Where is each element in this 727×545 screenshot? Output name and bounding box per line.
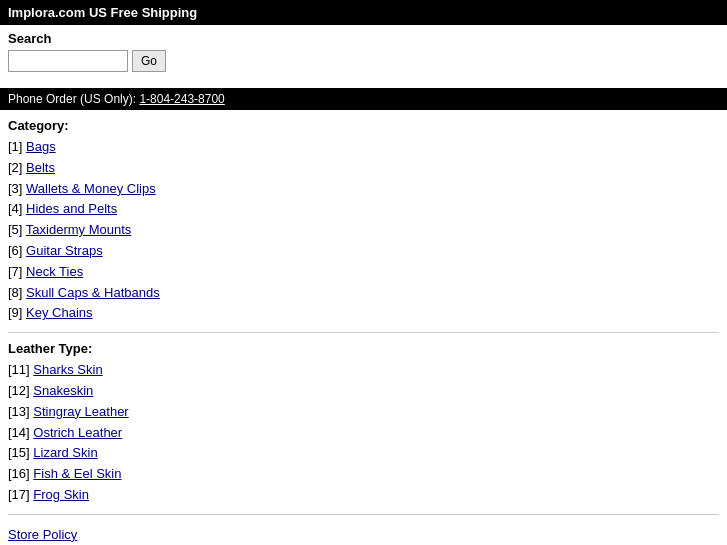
go-button[interactable]: Go — [132, 50, 166, 72]
category-link-belts[interactable]: Belts — [26, 160, 55, 175]
list-item: [12] Snakeskin — [8, 381, 719, 402]
category-link-skull[interactable]: Skull Caps & Hatbands — [26, 285, 160, 300]
category-link-taxidermy[interactable]: Taxidermy Mounts — [26, 222, 131, 237]
content-area: Category: [1] Bags [2] Belts [3] Wallets… — [0, 118, 727, 545]
category-link-guitar[interactable]: Guitar Straps — [26, 243, 103, 258]
leather-list: [11] Sharks Skin [12] Snakeskin [13] Sti… — [8, 360, 719, 506]
phone-number[interactable]: 1-804-243-8700 — [139, 92, 224, 106]
search-label: Search — [8, 31, 719, 46]
list-item: [11] Sharks Skin — [8, 360, 719, 381]
leather-link-frog[interactable]: Frog Skin — [33, 487, 89, 502]
category-title: Category: — [8, 118, 719, 133]
list-item: [7] Neck Ties — [8, 262, 719, 283]
list-item: [2] Belts — [8, 158, 719, 179]
leather-link-lizard[interactable]: Lizard Skin — [33, 445, 97, 460]
site-header: Implora.com US Free Shipping — [0, 0, 727, 25]
leather-link-sharks[interactable]: Sharks Skin — [33, 362, 102, 377]
leather-type-section: Leather Type: [11] Sharks Skin [12] Snak… — [8, 341, 719, 506]
category-link-neckties[interactable]: Neck Ties — [26, 264, 83, 279]
list-item: [1] Bags — [8, 137, 719, 158]
phone-bar: Phone Order (US Only): 1-804-243-8700 — [0, 88, 727, 110]
store-policy-link[interactable]: Store Policy — [8, 523, 719, 545]
divider — [8, 332, 719, 333]
store-policy-section: Store Policy Shipping Return & Exchange … — [8, 523, 719, 545]
list-item: [5] Taxidermy Mounts — [8, 220, 719, 241]
list-item: [13] Stingray Leather — [8, 402, 719, 423]
category-link-wallets[interactable]: Wallets & Money Clips — [26, 181, 156, 196]
category-link-bags[interactable]: Bags — [26, 139, 56, 154]
list-item: [6] Guitar Straps — [8, 241, 719, 262]
list-item: [3] Wallets & Money Clips — [8, 179, 719, 200]
leather-type-title: Leather Type: — [8, 341, 719, 356]
leather-link-fish[interactable]: Fish & Eel Skin — [33, 466, 121, 481]
leather-link-snakeskin[interactable]: Snakeskin — [33, 383, 93, 398]
list-item: [8] Skull Caps & Hatbands — [8, 283, 719, 304]
category-link-keychains[interactable]: Key Chains — [26, 305, 92, 320]
list-item: [4] Hides and Pelts — [8, 199, 719, 220]
phone-label: Phone Order (US Only): — [8, 92, 136, 106]
divider-2 — [8, 514, 719, 515]
category-section: Category: [1] Bags [2] Belts [3] Wallets… — [8, 118, 719, 324]
leather-link-ostrich[interactable]: Ostrich Leather — [33, 425, 122, 440]
search-row: Go — [8, 50, 719, 72]
leather-link-stingray[interactable]: Stingray Leather — [33, 404, 128, 419]
list-item: [15] Lizard Skin — [8, 443, 719, 464]
search-input[interactable] — [8, 50, 128, 72]
site-title: Implora.com US Free Shipping — [8, 5, 197, 20]
list-item: [17] Frog Skin — [8, 485, 719, 506]
search-section: Search Go — [8, 31, 719, 72]
list-item: [9] Key Chains — [8, 303, 719, 324]
list-item: [14] Ostrich Leather — [8, 423, 719, 444]
category-list: [1] Bags [2] Belts [3] Wallets & Money C… — [8, 137, 719, 324]
main-content: Search Go — [0, 25, 727, 88]
category-link-hides[interactable]: Hides and Pelts — [26, 201, 117, 216]
list-item: [16] Fish & Eel Skin — [8, 464, 719, 485]
